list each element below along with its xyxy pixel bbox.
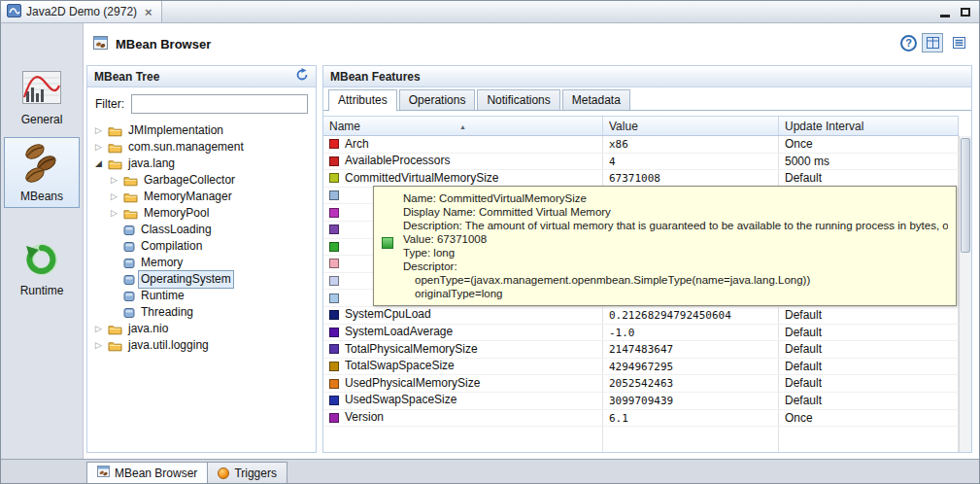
attribute-update-interval[interactable]: Default (779, 307, 959, 324)
attribute-name: UsedSwapSpaceSize (345, 393, 456, 409)
bottom-tab-label: MBean Browser (115, 467, 197, 480)
table-row[interactable]: UsedSwapSpaceSize3099709439Default (323, 393, 959, 410)
tree-collapsed-expander-icon[interactable]: ▷ (93, 122, 104, 139)
table-row[interactable]: SystemCpuLoad0.21268294792450604Default (323, 307, 959, 325)
table-row[interactable]: TotalSwapSpaceSize4294967295Default (323, 359, 959, 376)
tooltip-line: originalType=long (403, 287, 948, 300)
tab-metadata[interactable]: Metadata (562, 89, 630, 110)
sidebar-item-label: Runtime (20, 284, 64, 297)
folder-icon (108, 324, 122, 335)
attribute-update-interval[interactable]: Default (779, 170, 959, 187)
table-row[interactable]: UsedPhysicalMemorySize2052542463Default (323, 375, 959, 393)
filter-label: Filter: (95, 97, 124, 111)
column-header-name[interactable]: Name ▲ (323, 117, 603, 135)
attribute-update-interval[interactable]: Once (779, 410, 959, 427)
bottom-tab-triggers[interactable]: Triggers (208, 462, 287, 483)
tree-item[interactable]: ▷com.sun.management (87, 139, 316, 156)
folder-icon (108, 158, 122, 170)
tree-expanded-expander-icon[interactable]: ◢ (93, 156, 104, 172)
tree-collapsed-expander-icon[interactable]: ▷ (93, 337, 104, 354)
table-row[interactable]: Archx86Once (323, 136, 959, 154)
column-header-update-interval[interactable]: Update Interval (779, 117, 959, 135)
close-icon[interactable]: × (145, 6, 152, 18)
tree-collapsed-expander-icon[interactable]: ▷ (109, 172, 119, 189)
attribute-update-interval[interactable]: Default (779, 393, 959, 409)
bean-icon (123, 307, 135, 319)
attribute-value: 2147483647 (603, 341, 779, 358)
sidebar-item-runtime[interactable]: Runtime (4, 233, 80, 302)
sidebar-item-mbeans[interactable]: MBeans (4, 137, 80, 208)
list-view-button[interactable] (948, 33, 969, 52)
attribute-update-interval[interactable]: Once (779, 136, 959, 153)
tree-item[interactable]: Threading (87, 304, 316, 321)
tree-item-label: MemoryPool (142, 205, 211, 222)
mbean-tree: ▷JMImplementation▷com.sun.management◢jav… (87, 120, 316, 452)
tree-collapsed-expander-icon[interactable]: ▷ (109, 205, 119, 222)
tree-collapsed-expander-icon[interactable]: ▷ (93, 321, 104, 337)
table-row[interactable]: Version6.1Once (323, 410, 959, 428)
table-row[interactable]: AvailableProcessors45000 ms (323, 154, 959, 171)
tree-item[interactable]: ◢java.lang (87, 156, 316, 172)
tree-item[interactable]: Compilation (87, 238, 316, 255)
filter-input[interactable] (131, 94, 308, 114)
attribute-update-interval[interactable]: Default (779, 375, 959, 392)
tab-operations[interactable]: Operations (399, 89, 476, 110)
tab-attributes[interactable]: Attributes (328, 89, 397, 111)
attribute-update-interval[interactable]: Default (779, 325, 959, 341)
tree-item-label: Compilation (139, 238, 204, 255)
tree-item-label: GarbageCollector (142, 172, 237, 189)
table-row[interactable]: SystemLoadAverage-1.0Default (323, 325, 959, 342)
tree-item[interactable]: Memory (87, 255, 316, 271)
attribute-name: Arch (345, 136, 369, 153)
tree-item[interactable]: ClassLoading (87, 222, 316, 238)
tree-item[interactable]: Runtime (87, 288, 316, 304)
tree-collapsed-expander-icon[interactable]: ▷ (109, 189, 119, 205)
grid-view-button[interactable] (922, 33, 943, 52)
help-icon[interactable]: ? (900, 35, 917, 52)
window-tab[interactable]: Java2D Demo (2972) × (1, 1, 162, 22)
bottom-tab-mbean-browser[interactable]: MBean Browser (86, 462, 208, 483)
refresh-icon[interactable] (295, 68, 309, 85)
sidebar-item-general[interactable]: General (4, 62, 80, 131)
tree-collapsed-expander-icon[interactable]: ▷ (93, 139, 104, 156)
tree-item[interactable]: ▷GarbageCollector (87, 172, 316, 189)
tree-item[interactable]: OperatingSystem (87, 271, 316, 288)
sidebar-item-label: General (21, 113, 63, 126)
title-bar: Java2D Demo (2972) × (1, 1, 979, 23)
scrollbar-thumb[interactable] (961, 138, 970, 253)
tree-item[interactable]: ▷java.nio (87, 321, 316, 337)
vertical-scrollbar[interactable] (959, 136, 971, 452)
attribute-color-icon (329, 396, 339, 405)
column-header-value[interactable]: Value (603, 117, 779, 135)
tree-item[interactable]: ▷java.util.logging (87, 337, 316, 354)
tree-item-label: OperatingSystem (139, 271, 233, 288)
bean-icon (123, 241, 135, 253)
tree-item-label: com.sun.management (126, 139, 246, 156)
attribute-color-icon (329, 173, 339, 183)
tree-item[interactable]: ▷MemoryPool (87, 205, 316, 222)
tree-item[interactable]: ▷JMImplementation (87, 122, 316, 139)
table-header: Name ▲ Value Update Interval (323, 116, 959, 136)
attribute-update-interval[interactable]: Default (779, 359, 959, 375)
minimize-icon[interactable] (940, 15, 950, 17)
mbean-tree-panel: MBean Tree Filter: ▷JMImplementation▷com… (86, 65, 317, 453)
attribute-update-interval[interactable]: Default (779, 341, 959, 358)
tab-notifications[interactable]: Notifications (477, 89, 559, 110)
attribute-color-icon (329, 379, 339, 389)
attribute-value: 67371008 (603, 170, 779, 187)
interval-cell (779, 427, 959, 452)
tree-item-label: ClassLoading (139, 222, 214, 238)
maximize-icon[interactable] (961, 8, 970, 17)
attribute-color-icon (329, 276, 339, 286)
attribute-color-icon (329, 208, 339, 218)
attribute-value: 6.1 (603, 410, 779, 427)
tree-item-label: MemoryManager (142, 189, 234, 205)
attribute-color-icon (329, 225, 339, 234)
folder-icon (123, 208, 138, 220)
attribute-color-icon (329, 139, 339, 149)
attribute-name: TotalSwapSpaceSize (345, 359, 455, 375)
attribute-value: x86 (603, 136, 779, 153)
attribute-update-interval[interactable]: 5000 ms (779, 154, 959, 170)
tree-item[interactable]: ▷MemoryManager (87, 189, 316, 205)
table-row[interactable]: TotalPhysicalMemorySize2147483647Default (323, 341, 959, 359)
